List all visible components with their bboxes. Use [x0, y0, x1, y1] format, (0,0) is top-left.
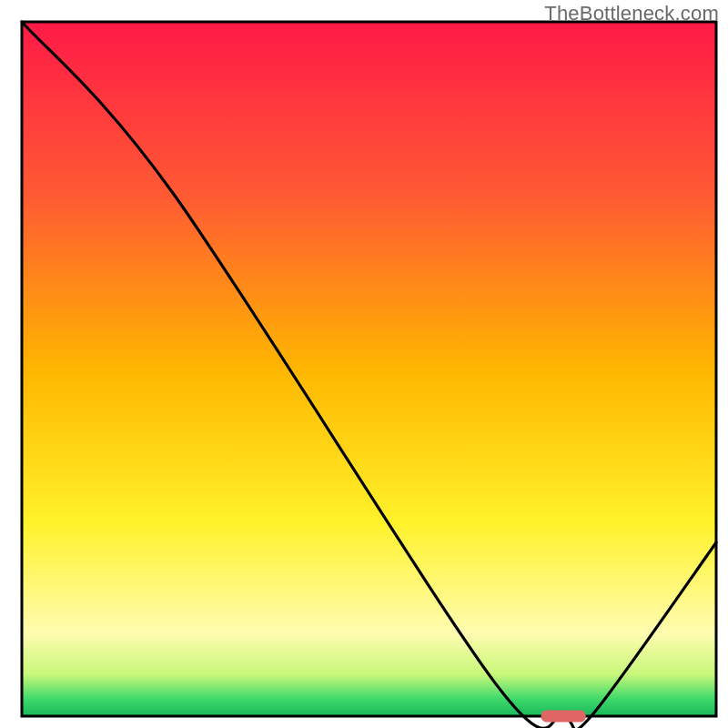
watermark-text: TheBottleneck.com — [544, 2, 719, 25]
chart-background — [22, 22, 716, 716]
optimal-range-marker — [541, 711, 585, 722]
bottleneck-chart — [0, 0, 728, 728]
